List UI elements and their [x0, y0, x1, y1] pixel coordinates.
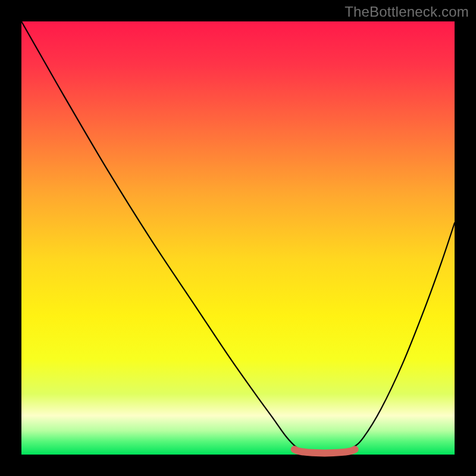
watermark-text: TheBottleneck.com — [345, 4, 469, 20]
bottleneck-chart — [0, 0, 476, 476]
chart-frame: TheBottleneck.com — [0, 0, 476, 476]
optimal-band — [295, 449, 355, 453]
plot-background — [21, 21, 455, 455]
